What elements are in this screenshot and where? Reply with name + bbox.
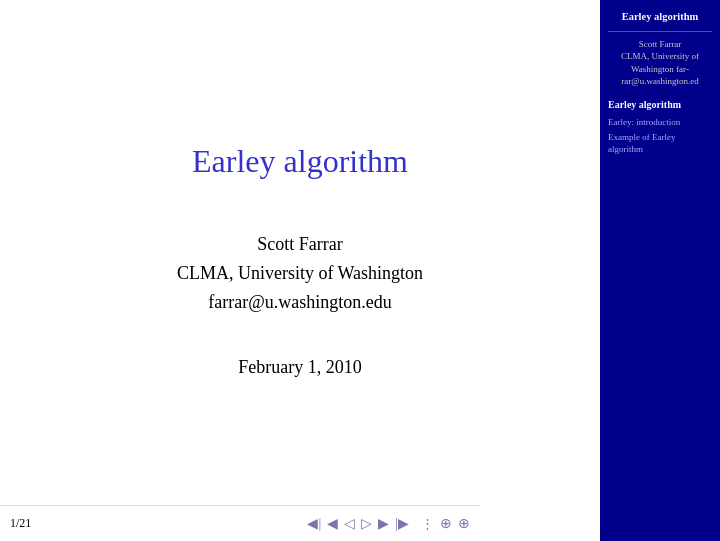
nav-prev2-icon[interactable]: ◁ xyxy=(344,515,355,532)
author-name: Scott Farrar xyxy=(257,234,342,254)
nav-first-icon[interactable]: ◀| xyxy=(307,515,321,532)
slide-author: Scott Farrar CLMA, University of Washing… xyxy=(177,230,423,316)
slide-number: 1/21 xyxy=(10,516,31,531)
slide-date: February 1, 2010 xyxy=(238,357,361,378)
slide-title: Earley algorithm xyxy=(192,143,408,180)
nav-prev-icon[interactable]: ◀ xyxy=(327,515,338,532)
sidebar-section-title[interactable]: Earley algorithm xyxy=(608,98,712,112)
nav-icons[interactable]: ◀| ◀ ◁ ▷ ▶ |▶ ⋮ ⊕ ⊕ xyxy=(307,515,470,532)
nav-next2-icon[interactable]: ▷ xyxy=(361,515,372,532)
author-affiliation: CLMA, University of Washington xyxy=(177,263,423,283)
sidebar: Earley algorithm Scott FarrarCLMA, Unive… xyxy=(600,0,720,541)
nav-next-icon[interactable]: ▶ xyxy=(378,515,389,532)
author-email: farrar@u.washington.edu xyxy=(208,292,392,312)
bottom-bar: 1/21 ◀| ◀ ◁ ▷ ▶ |▶ ⋮ ⊕ ⊕ xyxy=(0,505,480,541)
nav-search-icon[interactable]: ⊕ xyxy=(440,515,452,532)
sidebar-item-example[interactable]: Example of Earley algorithm xyxy=(608,131,712,156)
sidebar-author: Scott FarrarCLMA, University of Washingt… xyxy=(608,38,712,88)
sidebar-title: Earley algorithm xyxy=(608,10,712,32)
sidebar-item-introduction[interactable]: Earley: introduction xyxy=(608,116,712,129)
nav-last-icon[interactable]: |▶ xyxy=(395,515,409,532)
slide-content: Earley algorithm Scott Farrar CLMA, Univ… xyxy=(0,0,600,541)
nav-separator: ⋮ xyxy=(421,516,434,532)
nav-zoom-icon[interactable]: ⊕ xyxy=(458,515,470,532)
slide-wrapper: Earley algorithm Scott Farrar CLMA, Univ… xyxy=(0,0,600,541)
